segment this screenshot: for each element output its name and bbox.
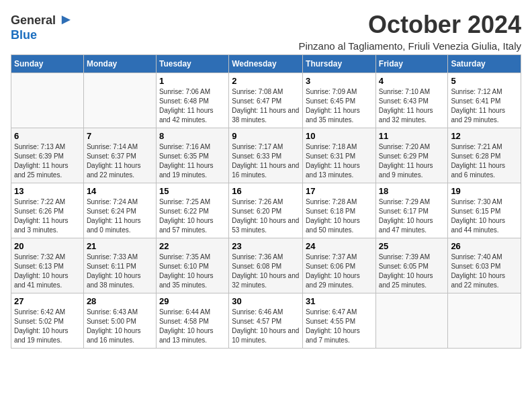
day-info: Sunrise: 7:17 AM Sunset: 6:33 PM Dayligh… xyxy=(232,142,300,180)
calendar-header-row: SundayMondayTuesdayWednesdayThursdayFrid… xyxy=(11,55,521,73)
day-number: 12 xyxy=(451,131,518,141)
day-number: 9 xyxy=(232,131,300,141)
day-info: Sunrise: 7:35 AM Sunset: 6:10 PM Dayligh… xyxy=(159,253,226,290)
day-info: Sunrise: 6:46 AM Sunset: 4:57 PM Dayligh… xyxy=(232,308,300,345)
calendar-cell: 16Sunrise: 7:26 AM Sunset: 6:20 PM Dayli… xyxy=(229,183,303,238)
day-info: Sunrise: 7:08 AM Sunset: 6:47 PM Dayligh… xyxy=(232,87,300,125)
calendar-cell: 9Sunrise: 7:17 AM Sunset: 6:33 PM Daylig… xyxy=(229,128,303,183)
page-header: General ► Blue October 2024 Pinzano al T… xyxy=(11,11,521,52)
day-number: 17 xyxy=(306,186,373,196)
calendar-cell: 1Sunrise: 7:06 AM Sunset: 6:48 PM Daylig… xyxy=(156,73,228,128)
calendar-cell: 8Sunrise: 7:16 AM Sunset: 6:35 PM Daylig… xyxy=(156,128,228,183)
calendar-cell: 13Sunrise: 7:22 AM Sunset: 6:26 PM Dayli… xyxy=(11,183,84,238)
calendar-cell: 31Sunrise: 6:47 AM Sunset: 4:55 PM Dayli… xyxy=(303,293,376,349)
logo-bird-icon: ► xyxy=(59,11,74,28)
location-subtitle: Pinzano al Tagliamento, Friuli Venezia G… xyxy=(298,40,521,52)
day-number: 8 xyxy=(159,131,226,141)
calendar-cell: 10Sunrise: 7:18 AM Sunset: 6:31 PM Dayli… xyxy=(303,128,376,183)
day-number: 15 xyxy=(159,186,226,196)
day-header-friday: Friday xyxy=(375,55,448,73)
calendar-cell: 24Sunrise: 7:37 AM Sunset: 6:06 PM Dayli… xyxy=(303,238,376,293)
calendar-cell: 28Sunrise: 6:43 AM Sunset: 5:00 PM Dayli… xyxy=(83,293,156,349)
day-info: Sunrise: 7:25 AM Sunset: 6:22 PM Dayligh… xyxy=(159,197,226,235)
day-header-tuesday: Tuesday xyxy=(156,55,228,73)
day-info: Sunrise: 7:21 AM Sunset: 6:28 PM Dayligh… xyxy=(451,142,518,180)
day-number: 31 xyxy=(306,296,373,306)
day-number: 30 xyxy=(232,296,300,306)
day-number: 5 xyxy=(451,76,518,86)
calendar-week-row: 20Sunrise: 7:32 AM Sunset: 6:13 PM Dayli… xyxy=(11,238,521,293)
day-info: Sunrise: 6:47 AM Sunset: 4:55 PM Dayligh… xyxy=(306,308,373,345)
day-number: 4 xyxy=(379,76,445,86)
day-info: Sunrise: 6:43 AM Sunset: 5:00 PM Dayligh… xyxy=(87,308,153,345)
day-info: Sunrise: 7:10 AM Sunset: 6:43 PM Dayligh… xyxy=(379,87,445,125)
calendar-cell: 22Sunrise: 7:35 AM Sunset: 6:10 PM Dayli… xyxy=(156,238,228,293)
calendar-cell: 2Sunrise: 7:08 AM Sunset: 6:47 PM Daylig… xyxy=(229,73,303,128)
day-info: Sunrise: 7:39 AM Sunset: 6:05 PM Dayligh… xyxy=(379,253,445,290)
day-number: 14 xyxy=(87,186,153,196)
calendar-cell: 25Sunrise: 7:39 AM Sunset: 6:05 PM Dayli… xyxy=(375,238,448,293)
day-info: Sunrise: 7:12 AM Sunset: 6:41 PM Dayligh… xyxy=(451,87,518,125)
day-info: Sunrise: 7:29 AM Sunset: 6:17 PM Dayligh… xyxy=(379,197,445,235)
day-info: Sunrise: 7:36 AM Sunset: 6:08 PM Dayligh… xyxy=(232,253,300,290)
day-number: 19 xyxy=(451,186,518,196)
day-header-sunday: Sunday xyxy=(11,55,84,73)
calendar-cell: 21Sunrise: 7:33 AM Sunset: 6:11 PM Dayli… xyxy=(83,238,156,293)
day-info: Sunrise: 6:44 AM Sunset: 4:58 PM Dayligh… xyxy=(159,308,226,345)
calendar-cell: 14Sunrise: 7:24 AM Sunset: 6:24 PM Dayli… xyxy=(83,183,156,238)
day-number: 25 xyxy=(379,241,445,251)
day-number: 18 xyxy=(379,186,445,196)
day-header-wednesday: Wednesday xyxy=(229,55,303,73)
day-info: Sunrise: 7:24 AM Sunset: 6:24 PM Dayligh… xyxy=(87,197,153,235)
day-number: 7 xyxy=(87,131,153,141)
calendar-cell: 3Sunrise: 7:09 AM Sunset: 6:45 PM Daylig… xyxy=(303,73,376,128)
day-info: Sunrise: 7:32 AM Sunset: 6:13 PM Dayligh… xyxy=(14,253,81,290)
day-info: Sunrise: 7:28 AM Sunset: 6:18 PM Dayligh… xyxy=(306,197,373,235)
calendar-cell: 18Sunrise: 7:29 AM Sunset: 6:17 PM Dayli… xyxy=(375,183,448,238)
day-number: 21 xyxy=(87,241,153,251)
calendar-week-row: 1Sunrise: 7:06 AM Sunset: 6:48 PM Daylig… xyxy=(11,73,521,128)
day-number: 23 xyxy=(232,241,300,251)
calendar-body: 1Sunrise: 7:06 AM Sunset: 6:48 PM Daylig… xyxy=(11,73,521,349)
calendar-cell xyxy=(448,293,521,349)
calendar-cell: 6Sunrise: 7:13 AM Sunset: 6:39 PM Daylig… xyxy=(11,128,84,183)
day-number: 28 xyxy=(87,296,153,306)
day-header-thursday: Thursday xyxy=(303,55,376,73)
calendar-cell: 23Sunrise: 7:36 AM Sunset: 6:08 PM Dayli… xyxy=(229,238,303,293)
calendar-cell: 29Sunrise: 6:44 AM Sunset: 4:58 PM Dayli… xyxy=(156,293,228,349)
day-number: 16 xyxy=(232,186,300,196)
calendar-week-row: 27Sunrise: 6:42 AM Sunset: 5:02 PM Dayli… xyxy=(11,293,521,349)
calendar-cell: 26Sunrise: 7:40 AM Sunset: 6:03 PM Dayli… xyxy=(448,238,521,293)
calendar-week-row: 13Sunrise: 7:22 AM Sunset: 6:26 PM Dayli… xyxy=(11,183,521,238)
calendar-cell xyxy=(83,73,156,128)
calendar-cell: 4Sunrise: 7:10 AM Sunset: 6:43 PM Daylig… xyxy=(375,73,448,128)
calendar-cell: 30Sunrise: 6:46 AM Sunset: 4:57 PM Dayli… xyxy=(229,293,303,349)
day-info: Sunrise: 7:20 AM Sunset: 6:29 PM Dayligh… xyxy=(379,142,445,180)
calendar-cell: 17Sunrise: 7:28 AM Sunset: 6:18 PM Dayli… xyxy=(303,183,376,238)
day-number: 10 xyxy=(306,131,373,141)
day-info: Sunrise: 7:33 AM Sunset: 6:11 PM Dayligh… xyxy=(87,253,153,290)
calendar-cell xyxy=(375,293,448,349)
day-number: 1 xyxy=(159,76,226,86)
calendar-cell: 27Sunrise: 6:42 AM Sunset: 5:02 PM Dayli… xyxy=(11,293,84,349)
calendar-cell: 19Sunrise: 7:30 AM Sunset: 6:15 PM Dayli… xyxy=(448,183,521,238)
calendar-cell: 7Sunrise: 7:14 AM Sunset: 6:37 PM Daylig… xyxy=(83,128,156,183)
day-info: Sunrise: 7:14 AM Sunset: 6:37 PM Dayligh… xyxy=(87,142,153,180)
day-number: 6 xyxy=(14,131,81,141)
day-info: Sunrise: 7:09 AM Sunset: 6:45 PM Dayligh… xyxy=(306,87,373,125)
day-header-monday: Monday xyxy=(83,55,156,73)
logo: General ► Blue xyxy=(11,11,73,42)
calendar-week-row: 6Sunrise: 7:13 AM Sunset: 6:39 PM Daylig… xyxy=(11,128,521,183)
day-number: 20 xyxy=(14,241,81,251)
calendar-table: SundayMondayTuesdayWednesdayThursdayFrid… xyxy=(11,54,521,349)
day-info: Sunrise: 6:42 AM Sunset: 5:02 PM Dayligh… xyxy=(14,308,81,345)
day-header-saturday: Saturday xyxy=(448,55,521,73)
calendar-cell: 20Sunrise: 7:32 AM Sunset: 6:13 PM Dayli… xyxy=(11,238,84,293)
day-info: Sunrise: 7:37 AM Sunset: 6:06 PM Dayligh… xyxy=(306,253,373,290)
day-info: Sunrise: 7:13 AM Sunset: 6:39 PM Dayligh… xyxy=(14,142,81,180)
logo-general: General xyxy=(11,13,56,27)
day-number: 24 xyxy=(306,241,373,251)
day-number: 3 xyxy=(306,76,373,86)
day-number: 29 xyxy=(159,296,226,306)
calendar-cell: 15Sunrise: 7:25 AM Sunset: 6:22 PM Dayli… xyxy=(156,183,228,238)
